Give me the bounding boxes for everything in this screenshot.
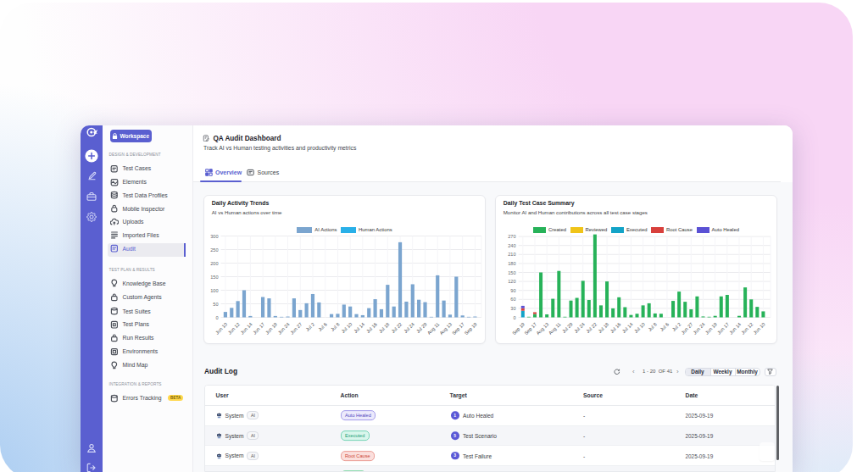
svg-text:Jul 24: Jul 24 bbox=[403, 321, 415, 334]
svg-text:Jul 10: Jul 10 bbox=[341, 321, 353, 334]
svg-text:Jun 14: Jun 14 bbox=[239, 321, 253, 335]
svg-text:150: 150 bbox=[210, 275, 218, 280]
svg-text:Jun 14: Jun 14 bbox=[728, 321, 742, 335]
svg-text:50: 50 bbox=[213, 302, 218, 307]
svg-text:300: 300 bbox=[210, 234, 218, 239]
svg-text:100: 100 bbox=[210, 288, 218, 293]
svg-text:Jul 16: Jul 16 bbox=[609, 321, 622, 334]
svg-text:Jul 16: Jul 16 bbox=[365, 321, 378, 334]
svg-text:Jul 6: Jul 6 bbox=[317, 321, 328, 332]
svg-text:Jul 6: Jul 6 bbox=[659, 321, 670, 332]
svg-text:Jun 19: Jun 19 bbox=[264, 321, 278, 335]
svg-text:Jul 2: Jul 2 bbox=[305, 321, 316, 332]
svg-text:Jul 18: Jul 18 bbox=[597, 321, 609, 334]
svg-text:0: 0 bbox=[215, 315, 218, 320]
svg-text:Sep 17: Sep 17 bbox=[523, 321, 537, 336]
svg-text:120: 120 bbox=[508, 279, 515, 284]
svg-text:Jun 17: Jun 17 bbox=[252, 321, 265, 335]
svg-text:270: 270 bbox=[508, 234, 515, 239]
svg-text:Jul 24: Jul 24 bbox=[573, 321, 586, 334]
svg-text:Sep 19: Sep 19 bbox=[464, 321, 478, 336]
svg-text:Jul 14: Jul 14 bbox=[621, 321, 634, 334]
svg-text:Jun 12: Jun 12 bbox=[227, 321, 241, 335]
svg-text:200: 200 bbox=[210, 261, 218, 266]
svg-text:210: 210 bbox=[508, 252, 515, 257]
svg-text:Jun 10: Jun 10 bbox=[214, 321, 228, 335]
svg-text:Sep 17: Sep 17 bbox=[451, 321, 465, 336]
svg-text:Jun 17: Jun 17 bbox=[716, 321, 730, 335]
svg-text:60: 60 bbox=[510, 297, 515, 302]
svg-text:Jul 22: Jul 22 bbox=[390, 321, 403, 334]
svg-text:Jul 22: Jul 22 bbox=[585, 321, 598, 334]
svg-text:Jul 29: Jul 29 bbox=[561, 321, 574, 334]
svg-text:30: 30 bbox=[510, 306, 515, 311]
svg-text:250: 250 bbox=[210, 247, 218, 253]
svg-text:Jul 14: Jul 14 bbox=[353, 321, 365, 334]
svg-text:240: 240 bbox=[508, 243, 515, 248]
svg-text:Jul 8: Jul 8 bbox=[647, 321, 658, 332]
svg-text:Jun 10: Jun 10 bbox=[752, 321, 765, 335]
svg-text:Jun 24: Jun 24 bbox=[277, 321, 291, 335]
svg-text:90: 90 bbox=[510, 288, 515, 293]
svg-text:Jun 19: Jun 19 bbox=[704, 321, 718, 335]
svg-text:Aug 13: Aug 13 bbox=[536, 321, 550, 336]
svg-text:Jul 10: Jul 10 bbox=[633, 321, 646, 334]
svg-text:Aug 11: Aug 11 bbox=[426, 321, 440, 335]
svg-text:180: 180 bbox=[508, 261, 515, 266]
svg-text:150: 150 bbox=[508, 270, 515, 275]
svg-text:Aug 11: Aug 11 bbox=[548, 321, 561, 335]
svg-text:Aug 13: Aug 13 bbox=[438, 321, 453, 336]
svg-text:Jun 12: Jun 12 bbox=[740, 321, 754, 335]
svg-text:Jun 27: Jun 27 bbox=[680, 321, 693, 335]
svg-text:Jun 27: Jun 27 bbox=[289, 321, 303, 335]
svg-text:Jul 8: Jul 8 bbox=[330, 321, 341, 332]
svg-text:Jun 24: Jun 24 bbox=[693, 321, 706, 335]
svg-text:Jul 18: Jul 18 bbox=[378, 321, 391, 334]
svg-text:0: 0 bbox=[513, 315, 515, 320]
svg-text:Sep 19: Sep 19 bbox=[511, 321, 526, 336]
